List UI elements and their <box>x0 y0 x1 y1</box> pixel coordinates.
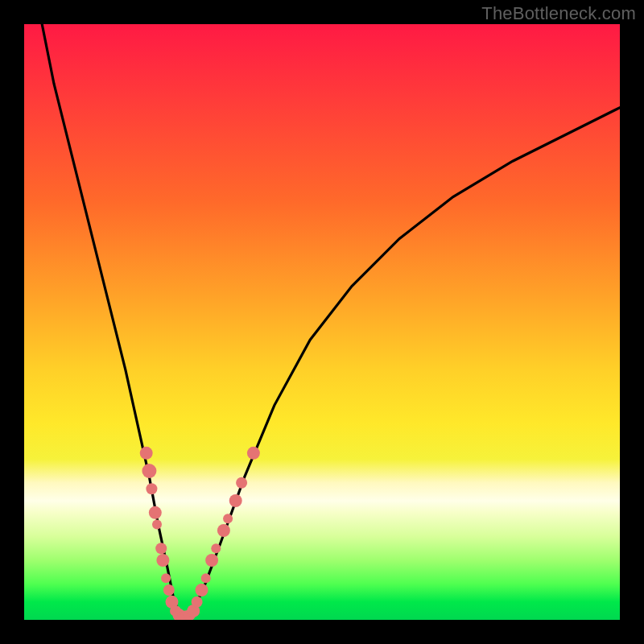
chart-frame: TheBottleneck.com <box>0 0 644 644</box>
scatter-dot <box>177 611 188 620</box>
scatter-dot <box>192 597 203 608</box>
scatter-dot <box>142 464 156 478</box>
scatter-dot <box>201 573 211 583</box>
scatter-dot <box>163 584 175 596</box>
scatter-dot <box>236 477 247 489</box>
scatter-dot <box>229 494 242 507</box>
scatter-dot <box>155 543 167 554</box>
scatter-dot <box>223 514 233 523</box>
scatter-dot <box>140 447 153 460</box>
scatter-dot <box>149 506 162 519</box>
scatter-points <box>140 447 260 620</box>
scatter-dot <box>146 483 157 494</box>
watermark-text: TheBottleneck.com <box>481 3 636 24</box>
curve-layer <box>24 24 620 620</box>
scatter-dot <box>205 554 218 567</box>
scatter-dot <box>156 554 169 567</box>
scatter-dot <box>180 610 192 620</box>
scatter-dot <box>217 524 230 537</box>
scatter-dot <box>247 447 260 460</box>
plot-area <box>24 24 620 620</box>
bottleneck-curve <box>42 24 620 620</box>
scatter-dot <box>161 573 171 583</box>
scatter-dot <box>166 596 179 609</box>
scatter-dot <box>187 605 200 617</box>
scatter-dot <box>152 520 162 530</box>
scatter-dot <box>170 605 181 617</box>
scatter-dot <box>211 543 221 553</box>
scatter-dot <box>184 609 196 620</box>
scatter-dot <box>172 609 185 620</box>
scatter-dot <box>196 584 208 597</box>
